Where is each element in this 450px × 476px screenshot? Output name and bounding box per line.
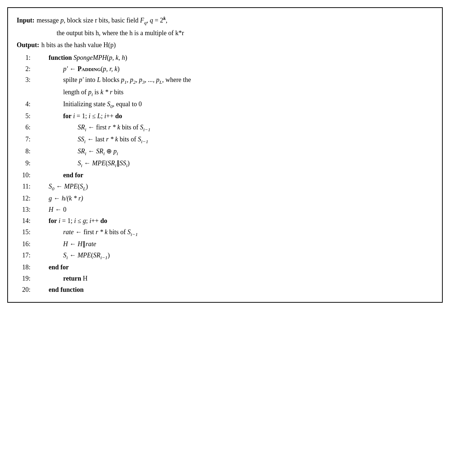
output-content: h bits as the hash value H(p) bbox=[41, 40, 433, 50]
line-num-4: 4: bbox=[17, 99, 30, 109]
line-content-5: for i = 1; i ≤ L; i++ do bbox=[34, 111, 433, 121]
line-11: 11: S0 ← MPE(SL) bbox=[17, 181, 433, 193]
input-label: Input: bbox=[17, 15, 34, 26]
line-20: 20: end function bbox=[17, 285, 433, 295]
line-4: 4: Initializing state S0, equal to 0 bbox=[17, 99, 433, 110]
line-8: 8: SRi ← SRi ⊕ pi bbox=[17, 146, 433, 157]
line-content-3-cont: length of pi is k * r bits bbox=[34, 87, 433, 98]
line-17: 17: Si ← MPE(SRi−1) bbox=[17, 250, 433, 261]
line-content-12: g ← h/(k * r) bbox=[34, 193, 433, 204]
output-section: Output: h bits as the hash value H(p) bbox=[17, 40, 433, 50]
line-19: 19: return H bbox=[17, 273, 433, 284]
line-num-9: 9: bbox=[17, 158, 30, 169]
line-num-11: 11: bbox=[17, 181, 30, 192]
input-line2: the output bits h, where the h is a mult… bbox=[17, 28, 433, 38]
line-content-17: Si ← MPE(SRi−1) bbox=[34, 250, 433, 261]
line-num-13: 13: bbox=[17, 204, 30, 215]
line-num-6: 6: bbox=[17, 122, 30, 133]
line-content-1: function SpongeMPH(p, k, h) bbox=[34, 53, 433, 63]
input-content: message p, block size r bits, basic fiel… bbox=[37, 15, 433, 26]
line-content-20: end function bbox=[34, 285, 433, 295]
line-content-3: spilte p' into L blocks p1, p2, p3, ...,… bbox=[34, 75, 433, 86]
line-num-5: 5: bbox=[17, 111, 30, 121]
line-num-16: 16: bbox=[17, 239, 30, 249]
line-content-2: p' ← Padding(p, r, k) bbox=[34, 64, 433, 74]
line-content-14: for i = 1; i ≤ g; i++ do bbox=[34, 216, 433, 226]
line-content-9: Si ← MPE(SRi‖SSi) bbox=[34, 158, 433, 169]
line-num-17: 17: bbox=[17, 250, 30, 261]
line-num-18: 18: bbox=[17, 262, 30, 273]
line-content-8: SRi ← SRi ⊕ pi bbox=[34, 146, 433, 157]
line-13: 13: H ← 0 bbox=[17, 204, 433, 215]
algorithm-box: Input: message p, block size r bits, bas… bbox=[7, 7, 443, 303]
line-content-4: Initializing state S0, equal to 0 bbox=[34, 99, 433, 110]
line-content-6: SRi ← first r * k bits of Si−1 bbox=[34, 122, 433, 133]
line-14: 14: for i = 1; i ≤ g; i++ do bbox=[17, 216, 433, 226]
line-content-10: end for bbox=[34, 170, 433, 181]
line-15: 15: rate ← first r * k bits of Si−1 bbox=[17, 227, 433, 238]
line-3-cont: length of pi is k * r bits bbox=[17, 87, 433, 98]
output-label: Output: bbox=[17, 40, 39, 50]
line-content-16: H ← H‖rate bbox=[34, 239, 433, 249]
line-1: 1: function SpongeMPH(p, k, h) bbox=[17, 53, 433, 63]
line-num-1: 1: bbox=[17, 53, 30, 63]
line-18: 18: end for bbox=[17, 262, 433, 273]
line-num-2: 2: bbox=[17, 64, 30, 74]
line-num-12: 12: bbox=[17, 193, 30, 204]
line-6: 6: SRi ← first r * k bits of Si−1 bbox=[17, 122, 433, 133]
line-content-13: H ← 0 bbox=[34, 204, 433, 215]
line-num-10: 10: bbox=[17, 170, 30, 181]
line-3: 3: spilte p' into L blocks p1, p2, p3, .… bbox=[17, 75, 433, 86]
line-num-20: 20: bbox=[17, 285, 30, 295]
line-content-11: S0 ← MPE(SL) bbox=[34, 181, 433, 193]
line-content-19: return H bbox=[34, 273, 433, 284]
line-12: 12: g ← h/(k * r) bbox=[17, 193, 433, 204]
line-content-15: rate ← first r * k bits of Si−1 bbox=[34, 227, 433, 238]
line-num-8: 8: bbox=[17, 146, 30, 157]
line-num-15: 15: bbox=[17, 227, 30, 237]
line-7: 7: SSi ← last r * k bits of Si−1 bbox=[17, 134, 433, 145]
line-num-3: 3: bbox=[17, 75, 30, 85]
line-16: 16: H ← H‖rate bbox=[17, 239, 433, 249]
line-2: 2: p' ← Padding(p, r, k) bbox=[17, 64, 433, 74]
line-num-19: 19: bbox=[17, 273, 30, 284]
line-9: 9: Si ← MPE(SRi‖SSi) bbox=[17, 158, 433, 169]
input-section: Input: message p, block size r bits, bas… bbox=[17, 15, 433, 26]
line-5: 5: for i = 1; i ≤ L; i++ do bbox=[17, 111, 433, 121]
line-content-18: end for bbox=[34, 262, 433, 273]
line-num-14: 14: bbox=[17, 216, 30, 226]
line-content-7: SSi ← last r * k bits of Si−1 bbox=[34, 134, 433, 145]
line-10: 10: end for bbox=[17, 170, 433, 181]
line-num-7: 7: bbox=[17, 134, 30, 145]
